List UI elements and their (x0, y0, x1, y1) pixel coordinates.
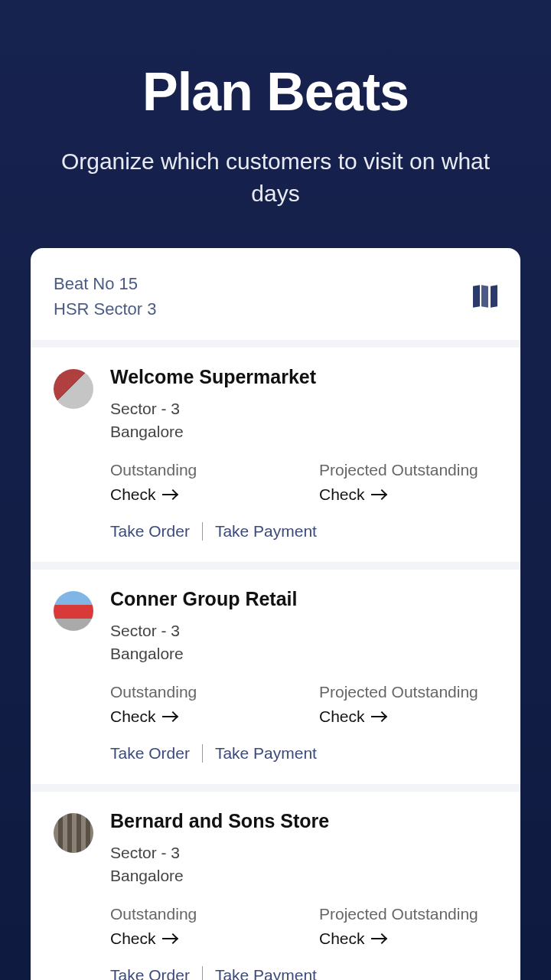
projected-label: Projected Outstanding (319, 683, 497, 701)
store-address: Sector - 3Bangalore (110, 619, 497, 666)
divider (202, 522, 203, 541)
list-item[interactable]: Conner Group Retail Sector - 3Bangalore … (31, 570, 520, 792)
check-projected-link[interactable]: Check (319, 485, 385, 504)
list-item[interactable]: Bernard and Sons Store Sector - 3Bangalo… (31, 792, 520, 980)
projected-label: Projected Outstanding (319, 905, 497, 923)
store-name: Conner Group Retail (110, 588, 497, 610)
store-avatar (54, 591, 93, 631)
map-icon[interactable] (473, 286, 497, 307)
arrow-right-icon (371, 494, 385, 495)
outstanding-label: Outstanding (110, 683, 289, 701)
beat-area: HSR Sector 3 (54, 296, 157, 322)
hero: Plan Beats Organize which customers to v… (0, 0, 551, 248)
take-order-button[interactable]: Take Order (110, 744, 190, 763)
beat-number: Beat No 15 (54, 271, 157, 296)
arrow-right-icon (162, 938, 176, 939)
check-projected-link[interactable]: Check (319, 929, 385, 948)
take-payment-button[interactable]: Take Payment (215, 522, 317, 541)
metrics: Outstanding Check Projected Outstanding … (110, 683, 497, 726)
store-avatar (54, 369, 93, 409)
take-order-button[interactable]: Take Order (110, 522, 190, 541)
outstanding-metric: Outstanding Check (110, 905, 289, 948)
item-actions: Take Order Take Payment (110, 744, 497, 763)
take-order-button[interactable]: Take Order (110, 966, 190, 980)
projected-metric: Projected Outstanding Check (319, 461, 497, 504)
outstanding-metric: Outstanding Check (110, 461, 289, 504)
take-payment-button[interactable]: Take Payment (215, 744, 317, 763)
list-item[interactable]: Welcome Supermarket Sector - 3Bangalore … (31, 348, 520, 570)
check-outstanding-link[interactable]: Check (110, 485, 176, 504)
item-body: Welcome Supermarket Sector - 3Bangalore … (110, 366, 497, 541)
check-outstanding-link[interactable]: Check (110, 707, 176, 726)
customer-list: Welcome Supermarket Sector - 3Bangalore … (31, 348, 520, 980)
metrics: Outstanding Check Projected Outstanding … (110, 905, 497, 948)
projected-label: Projected Outstanding (319, 461, 497, 479)
store-name: Welcome Supermarket (110, 366, 497, 388)
card-header: Beat No 15 HSR Sector 3 (31, 248, 520, 348)
metrics: Outstanding Check Projected Outstanding … (110, 461, 497, 504)
arrow-right-icon (162, 494, 176, 495)
arrow-right-icon (162, 716, 176, 717)
outstanding-metric: Outstanding Check (110, 683, 289, 726)
store-name: Bernard and Sons Store (110, 810, 497, 832)
page-subtitle: Organize which customers to visit on wha… (46, 145, 505, 210)
store-address: Sector - 3Bangalore (110, 397, 497, 444)
projected-metric: Projected Outstanding Check (319, 683, 497, 726)
outstanding-label: Outstanding (110, 905, 289, 923)
divider (202, 744, 203, 763)
arrow-right-icon (371, 716, 385, 717)
projected-metric: Projected Outstanding Check (319, 905, 497, 948)
divider (202, 966, 203, 980)
store-address: Sector - 3Bangalore (110, 841, 497, 888)
store-avatar (54, 813, 93, 853)
arrow-right-icon (371, 938, 385, 939)
item-body: Conner Group Retail Sector - 3Bangalore … (110, 588, 497, 763)
check-outstanding-link[interactable]: Check (110, 929, 176, 948)
item-actions: Take Order Take Payment (110, 522, 497, 541)
take-payment-button[interactable]: Take Payment (215, 966, 317, 980)
beat-card: Beat No 15 HSR Sector 3 Welcome Supermar… (31, 248, 520, 980)
page-title: Plan Beats (38, 61, 513, 122)
beat-meta: Beat No 15 HSR Sector 3 (54, 271, 157, 322)
outstanding-label: Outstanding (110, 461, 289, 479)
item-actions: Take Order Take Payment (110, 966, 497, 980)
item-body: Bernard and Sons Store Sector - 3Bangalo… (110, 810, 497, 980)
check-projected-link[interactable]: Check (319, 707, 385, 726)
